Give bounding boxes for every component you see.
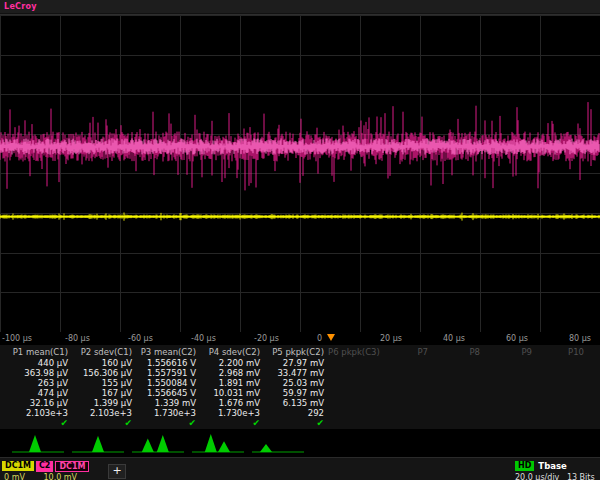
measure-value: 32.16 µV [8,398,68,408]
measure-header-p8[interactable]: P8 [432,345,480,358]
measure-value [380,378,428,388]
measure-column-p8: P8 [432,345,484,429]
measure-column-p4: P4 sdev(C2)2.200 mV2.968 mV1.891 mV10.03… [200,345,264,429]
measure-status: ✔ [200,418,260,429]
measure-value [536,358,584,368]
measure-value [380,358,428,368]
axis-label: -40 µs [191,334,216,343]
measure-column-p5: P5 pkpk(C2)27.97 mV33.477 mV25.03 mV59.9… [264,345,328,429]
measure-value: 25.03 mV [264,378,324,388]
measure-header-p6[interactable]: P6 pkpk(C3) [328,345,376,358]
measure-value: 1.730e+3 [200,408,260,418]
measure-value: 10.031 mV [200,388,260,398]
measure-status: ✔ [8,418,68,429]
measure-header-p7[interactable]: P7 [380,345,428,358]
c1-descriptor[interactable]: DC1M 0 mV 10.0 mV [2,461,34,471]
c1-offset: 0 mV [4,473,25,480]
measure-header-p1[interactable]: P1 mean(C1) [8,345,68,358]
measure-value [328,408,376,418]
measure-value: 1.730e+3 [136,408,196,418]
measure-value: 1.557591 V [136,368,196,378]
histicon-p1[interactable] [8,429,68,455]
measure-column-p9: P9 [484,345,536,429]
measure-value: 474 µV [8,388,68,398]
measure-value: 2.103e+3 [8,408,68,418]
measure-value: 1.556616 V [136,358,196,368]
measure-value: 292 [264,408,324,418]
measure-value: 1.676 mV [200,398,260,408]
measure-value: 33.477 mV [264,368,324,378]
bottom-bar: DC1M 0 mV 10.0 mV C2 DC1M + HD Tbase 20.… [0,457,600,480]
measure-value [484,388,532,398]
measure-value [328,378,376,388]
measure-column-p3: P3 mean(C2)1.556616 V1.557591 V1.550084 … [136,345,200,429]
measure-column-p10: P10 [536,345,588,429]
measure-value [328,398,376,408]
waveform-plot [0,15,600,332]
measure-value [432,358,480,368]
measure-header-p4[interactable]: P4 sdev(C2) [200,345,260,358]
add-trace-button[interactable]: + [108,464,126,479]
measure-value [380,388,428,398]
axis-label: 0 [317,334,322,343]
measure-header-p10[interactable]: P10 [536,345,584,358]
timebase-label: Tbase [538,461,566,471]
measure-header-p9[interactable]: P9 [484,345,532,358]
measure-value [432,388,480,398]
measure-value [328,388,376,398]
measure-value: 59.97 mV [264,388,324,398]
timebase-header: HD Tbase [515,461,599,471]
histicon-row [0,429,600,457]
time-axis: -100 µs-80 µs-60 µs-40 µs-20 µs020 µs40 … [0,332,600,345]
measure-status [380,418,428,429]
measure-header-p5[interactable]: P5 pkpk(C2) [264,345,324,358]
axis-label: -100 µs [2,334,32,343]
timebase-bits: 13 Bits [567,473,595,480]
c2-descriptor[interactable]: C2 DC1M [36,461,89,472]
measure-value: 1.399 µV [72,398,132,408]
measure-value: 167 µV [72,388,132,398]
measure-column-p1: P1 mean(C1)440 µV363.98 µV263 µV474 µV32… [8,345,72,429]
trigger-time-marker[interactable] [327,334,335,341]
measure-value [328,358,376,368]
oscilloscope-screen: LeCroy -100 µs-80 µs-60 µs-40 µs-20 µs02… [0,0,600,480]
axis-label: -60 µs [128,334,153,343]
measure-status [432,418,480,429]
c2-channel-badge: C2 [36,461,53,472]
measure-status [536,418,584,429]
hd-badge: HD [515,461,534,471]
measure-value: 1.891 mV [200,378,260,388]
measure-value [536,398,584,408]
measure-header-p3[interactable]: P3 mean(C2) [136,345,196,358]
graticule[interactable] [0,14,600,333]
top-bar: LeCroy [0,0,600,14]
measure-value: 6.135 mV [264,398,324,408]
measure-value [536,378,584,388]
axis-label: 40 µs [443,334,465,343]
measure-value: 440 µV [8,358,68,368]
timebase-descriptor[interactable]: HD Tbase 20.0 µs/div 13 Bits [515,461,599,480]
histicon-p2[interactable] [68,429,128,455]
measure-value: 2.968 mV [200,368,260,378]
measure-value [536,368,584,378]
measure-value [432,368,480,378]
lecroy-logo: LeCroy [4,2,37,11]
axis-label: 20 µs [380,334,402,343]
measure-value: 363.98 µV [8,368,68,378]
measure-value [432,408,480,418]
measure-table: P1 mean(C1)440 µV363.98 µV263 µV474 µV32… [0,345,600,429]
measure-value [328,368,376,378]
measure-value: 156.306 µV [72,368,132,378]
measure-value: 1.550084 V [136,378,196,388]
measure-status [328,418,376,429]
measure-header-p2[interactable]: P2 sdev(C1) [72,345,132,358]
measure-value [380,408,428,418]
histicon-p4[interactable] [188,429,248,455]
measure-value [484,358,532,368]
histicon-p5[interactable] [248,429,308,455]
c1-coupling-badge: DC1M [2,461,34,471]
measure-value [536,388,584,398]
measure-value [432,378,480,388]
measure-column-p7: P7 [380,345,432,429]
histicon-p3[interactable] [128,429,188,455]
